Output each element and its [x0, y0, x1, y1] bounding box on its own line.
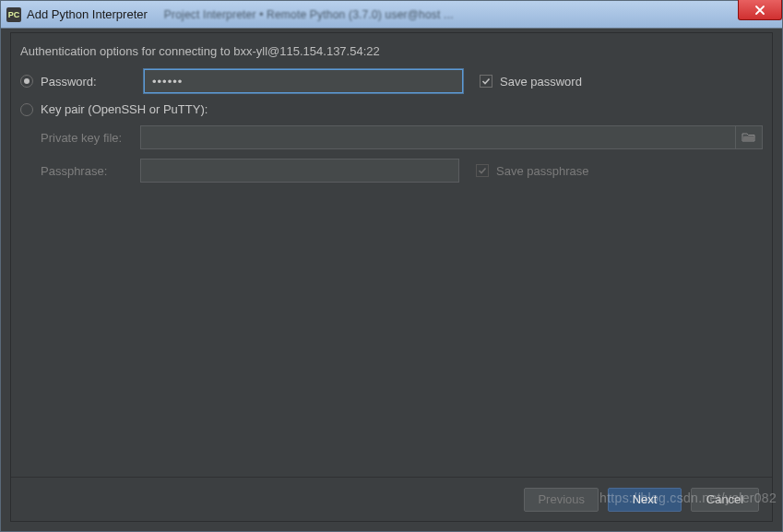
titlebar-extra-blurred: Project Interpreter • Remote Python (3.7… — [164, 8, 454, 21]
save-password-checkbox[interactable] — [480, 75, 492, 88]
password-row: Password: Save password — [20, 69, 763, 93]
button-bar: Previous Next Cancel — [11, 477, 772, 521]
private-key-input[interactable] — [140, 125, 735, 149]
password-radio[interactable] — [20, 75, 33, 88]
password-input[interactable] — [144, 69, 463, 93]
close-icon — [754, 5, 765, 16]
close-button[interactable] — [738, 0, 782, 20]
passphrase-row: Passphrase: Save passphrase — [41, 159, 763, 183]
checkmark-icon — [481, 77, 491, 86]
save-passphrase-label: Save passphrase — [496, 164, 588, 178]
keypair-label: Key pair (OpenSSH or PuTTY): — [41, 102, 208, 116]
cancel-button[interactable]: Cancel — [691, 488, 759, 512]
next-button[interactable]: Next — [608, 488, 682, 512]
content-area: Authentication options for connecting to… — [11, 33, 772, 183]
titlebar: PC Add Python Interpreter Project Interp… — [1, 1, 782, 29]
window-title: Add Python Interpreter — [27, 7, 148, 21]
passphrase-label: Passphrase: — [41, 164, 140, 178]
auth-header: Authentication options for connecting to… — [20, 44, 763, 58]
save-passphrase-checkbox — [476, 164, 489, 177]
dialog-window: PC Add Python Interpreter Project Interp… — [0, 0, 783, 532]
browse-button[interactable] — [735, 125, 763, 149]
private-key-row: Private key file: — [41, 125, 763, 149]
private-key-label: Private key file: — [41, 131, 140, 145]
folder-open-icon — [741, 132, 756, 143]
keypair-radio[interactable] — [20, 103, 33, 116]
password-label: Password: — [41, 75, 138, 89]
keypair-row: Key pair (OpenSSH or PuTTY): — [20, 102, 763, 116]
passphrase-input[interactable] — [140, 159, 459, 183]
app-icon: PC — [6, 7, 21, 22]
checkmark-icon — [478, 166, 487, 175]
dialog-body: Authentication options for connecting to… — [10, 32, 773, 522]
private-key-field-wrap — [140, 125, 763, 149]
previous-button[interactable]: Previous — [524, 488, 599, 512]
keypair-block: Private key file: Passphrase: — [41, 125, 763, 183]
save-password-label: Save password — [500, 75, 582, 89]
